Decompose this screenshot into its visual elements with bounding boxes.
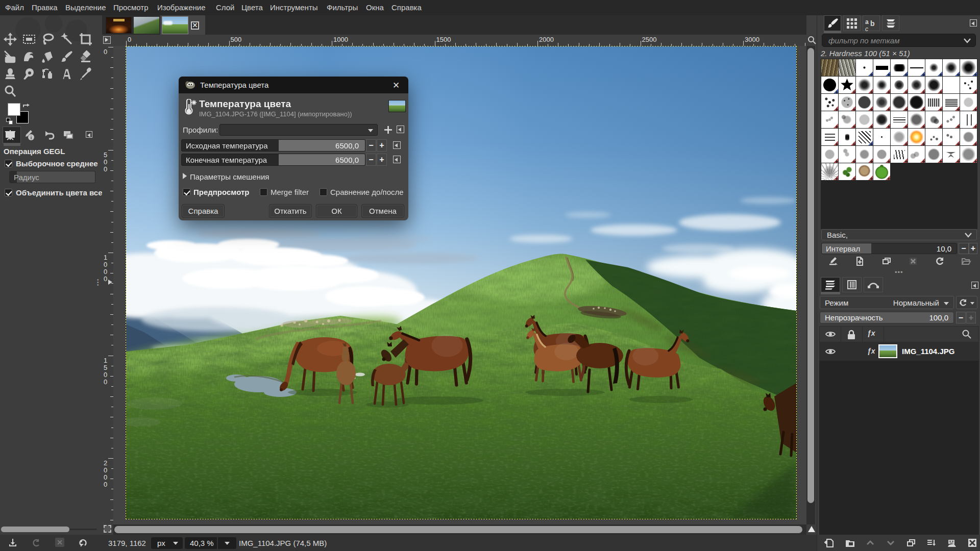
svg-text:i: i: [31, 135, 32, 140]
